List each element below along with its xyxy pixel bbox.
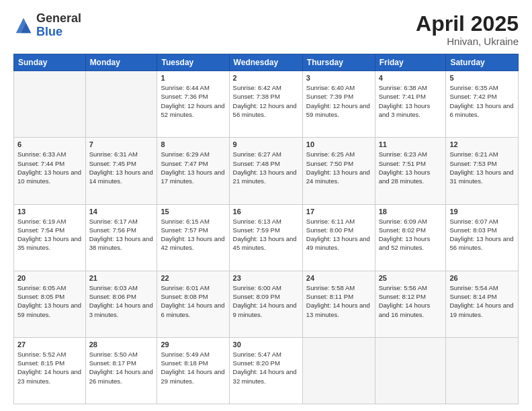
calendar-week-3: 13Sunrise: 6:19 AMSunset: 7:54 PMDayligh…: [14, 204, 519, 271]
day-info: Sunrise: 6:07 AMSunset: 8:03 PMDaylight:…: [449, 217, 515, 253]
day-info: Sunrise: 6:38 AMSunset: 7:41 PMDaylight:…: [379, 83, 443, 119]
day-number: 15: [161, 208, 225, 216]
day-info: Sunrise: 5:54 AMSunset: 8:14 PMDaylight:…: [449, 283, 515, 319]
calendar-header-sunday: Sunday: [14, 54, 86, 71]
day-number: 1: [161, 74, 225, 82]
day-number: 5: [449, 74, 515, 82]
day-number: 10: [306, 140, 371, 148]
day-info: Sunrise: 5:50 AMSunset: 8:17 PMDaylight:…: [89, 350, 154, 385]
day-number: 2: [233, 74, 299, 82]
header: General Blue April 2025 Hnivan, Ukraine: [13, 12, 519, 47]
calendar-cell: 4Sunrise: 6:38 AMSunset: 7:41 PMDaylight…: [375, 71, 446, 138]
day-number: 22: [161, 274, 225, 282]
calendar-cell: 5Sunrise: 6:35 AMSunset: 7:42 PMDaylight…: [446, 71, 519, 138]
calendar-cell: 27Sunrise: 5:52 AMSunset: 8:15 PMDayligh…: [14, 337, 86, 404]
calendar-cell: 2Sunrise: 6:42 AMSunset: 7:38 PMDaylight…: [229, 71, 302, 138]
day-number: 23: [233, 274, 299, 282]
day-info: Sunrise: 5:49 AMSunset: 8:18 PMDaylight:…: [161, 350, 225, 385]
calendar-cell: 18Sunrise: 6:09 AMSunset: 8:02 PMDayligh…: [375, 204, 446, 271]
day-number: 25: [379, 274, 443, 282]
calendar-cell: 14Sunrise: 6:17 AMSunset: 7:56 PMDayligh…: [85, 204, 157, 271]
day-number: 16: [233, 208, 299, 216]
day-number: 9: [233, 140, 299, 148]
day-info: Sunrise: 6:19 AMSunset: 7:54 PMDaylight:…: [17, 217, 82, 253]
calendar-cell: 8Sunrise: 6:29 AMSunset: 7:47 PMDaylight…: [157, 138, 229, 204]
calendar-cell: 10Sunrise: 6:25 AMSunset: 7:50 PMDayligh…: [302, 138, 375, 204]
calendar-cell: 24Sunrise: 5:58 AMSunset: 8:11 PMDayligh…: [302, 271, 375, 337]
calendar-cell: 1Sunrise: 6:44 AMSunset: 7:36 PMDaylight…: [157, 71, 229, 138]
day-info: Sunrise: 6:03 AMSunset: 8:06 PMDaylight:…: [89, 283, 154, 319]
calendar-cell: 9Sunrise: 6:27 AMSunset: 7:48 PMDaylight…: [229, 138, 302, 204]
day-info: Sunrise: 6:05 AMSunset: 8:05 PMDaylight:…: [17, 283, 82, 319]
calendar-cell: 22Sunrise: 6:01 AMSunset: 8:08 PMDayligh…: [157, 271, 229, 337]
day-info: Sunrise: 5:56 AMSunset: 8:12 PMDaylight:…: [379, 283, 443, 319]
day-info: Sunrise: 6:15 AMSunset: 7:57 PMDaylight:…: [161, 217, 225, 253]
day-number: 27: [17, 340, 82, 349]
month-title: April 2025: [416, 12, 519, 36]
calendar-cell: 12Sunrise: 6:21 AMSunset: 7:53 PMDayligh…: [446, 138, 519, 204]
calendar-cell: 28Sunrise: 5:50 AMSunset: 8:17 PMDayligh…: [85, 337, 157, 404]
day-number: 30: [233, 340, 299, 349]
day-info: Sunrise: 6:35 AMSunset: 7:42 PMDaylight:…: [449, 83, 515, 119]
calendar-cell: 15Sunrise: 6:15 AMSunset: 7:57 PMDayligh…: [157, 204, 229, 271]
calendar-header-monday: Monday: [85, 54, 157, 71]
day-info: Sunrise: 6:31 AMSunset: 7:45 PMDaylight:…: [89, 150, 154, 185]
calendar-week-1: 1Sunrise: 6:44 AMSunset: 7:36 PMDaylight…: [14, 71, 519, 138]
day-info: Sunrise: 6:23 AMSunset: 7:51 PMDaylight:…: [379, 150, 443, 185]
calendar-cell: 26Sunrise: 5:54 AMSunset: 8:14 PMDayligh…: [446, 271, 519, 337]
calendar-header-tuesday: Tuesday: [157, 54, 229, 71]
calendar-cell: 21Sunrise: 6:03 AMSunset: 8:06 PMDayligh…: [85, 271, 157, 337]
day-number: 8: [161, 140, 225, 148]
day-info: Sunrise: 6:29 AMSunset: 7:47 PMDaylight:…: [161, 150, 225, 185]
calendar-cell: [85, 71, 157, 138]
day-number: 29: [161, 340, 225, 349]
calendar-header-wednesday: Wednesday: [229, 54, 302, 71]
day-info: Sunrise: 6:27 AMSunset: 7:48 PMDaylight:…: [233, 150, 299, 185]
calendar-cell: 20Sunrise: 6:05 AMSunset: 8:05 PMDayligh…: [14, 271, 86, 337]
calendar-cell: 13Sunrise: 6:19 AMSunset: 7:54 PMDayligh…: [14, 204, 86, 271]
day-info: Sunrise: 6:21 AMSunset: 7:53 PMDaylight:…: [449, 150, 515, 185]
day-number: 12: [449, 140, 515, 148]
day-number: 20: [17, 274, 82, 282]
calendar-header-saturday: Saturday: [446, 54, 519, 71]
logo: General Blue: [13, 12, 81, 39]
calendar-cell: 29Sunrise: 5:49 AMSunset: 8:18 PMDayligh…: [157, 337, 229, 404]
calendar-header-row: SundayMondayTuesdayWednesdayThursdayFrid…: [14, 54, 519, 71]
location: Hnivan, Ukraine: [416, 36, 519, 47]
day-info: Sunrise: 6:33 AMSunset: 7:44 PMDaylight:…: [17, 150, 82, 185]
day-number: 17: [306, 208, 371, 216]
day-info: Sunrise: 6:13 AMSunset: 7:59 PMDaylight:…: [233, 217, 299, 253]
calendar-week-5: 27Sunrise: 5:52 AMSunset: 8:15 PMDayligh…: [14, 337, 519, 404]
day-info: Sunrise: 5:58 AMSunset: 8:11 PMDaylight:…: [306, 283, 371, 319]
calendar-cell: 11Sunrise: 6:23 AMSunset: 7:51 PMDayligh…: [375, 138, 446, 204]
calendar-cell: [14, 71, 86, 138]
calendar-header-thursday: Thursday: [302, 54, 375, 71]
day-number: 4: [379, 74, 443, 82]
logo-blue: Blue: [36, 26, 81, 39]
title-block: April 2025 Hnivan, Ukraine: [416, 12, 519, 47]
day-number: 19: [449, 208, 515, 216]
day-number: 18: [379, 208, 443, 216]
calendar-week-4: 20Sunrise: 6:05 AMSunset: 8:05 PMDayligh…: [14, 271, 519, 337]
calendar-cell: 16Sunrise: 6:13 AMSunset: 7:59 PMDayligh…: [229, 204, 302, 271]
calendar-cell: 3Sunrise: 6:40 AMSunset: 7:39 PMDaylight…: [302, 71, 375, 138]
day-number: 24: [306, 274, 371, 282]
calendar-week-2: 6Sunrise: 6:33 AMSunset: 7:44 PMDaylight…: [14, 138, 519, 204]
calendar-cell: 6Sunrise: 6:33 AMSunset: 7:44 PMDaylight…: [14, 138, 86, 204]
day-number: 14: [89, 208, 154, 216]
day-number: 26: [449, 274, 515, 282]
day-info: Sunrise: 6:01 AMSunset: 8:08 PMDaylight:…: [161, 283, 225, 319]
calendar-cell: 19Sunrise: 6:07 AMSunset: 8:03 PMDayligh…: [446, 204, 519, 271]
day-number: 13: [17, 208, 82, 216]
day-info: Sunrise: 6:09 AMSunset: 8:02 PMDaylight:…: [379, 217, 443, 253]
calendar-cell: 7Sunrise: 6:31 AMSunset: 7:45 PMDaylight…: [85, 138, 157, 204]
page: General Blue April 2025 Hnivan, Ukraine …: [0, 0, 532, 411]
day-info: Sunrise: 5:52 AMSunset: 8:15 PMDaylight:…: [17, 350, 82, 385]
logo-text: General Blue: [36, 12, 81, 39]
calendar-cell: [375, 337, 446, 404]
calendar-cell: [446, 337, 519, 404]
day-number: 21: [89, 274, 154, 282]
day-info: Sunrise: 6:44 AMSunset: 7:36 PMDaylight:…: [161, 83, 225, 119]
logo-general: General: [36, 12, 81, 26]
calendar-cell: 25Sunrise: 5:56 AMSunset: 8:12 PMDayligh…: [375, 271, 446, 337]
